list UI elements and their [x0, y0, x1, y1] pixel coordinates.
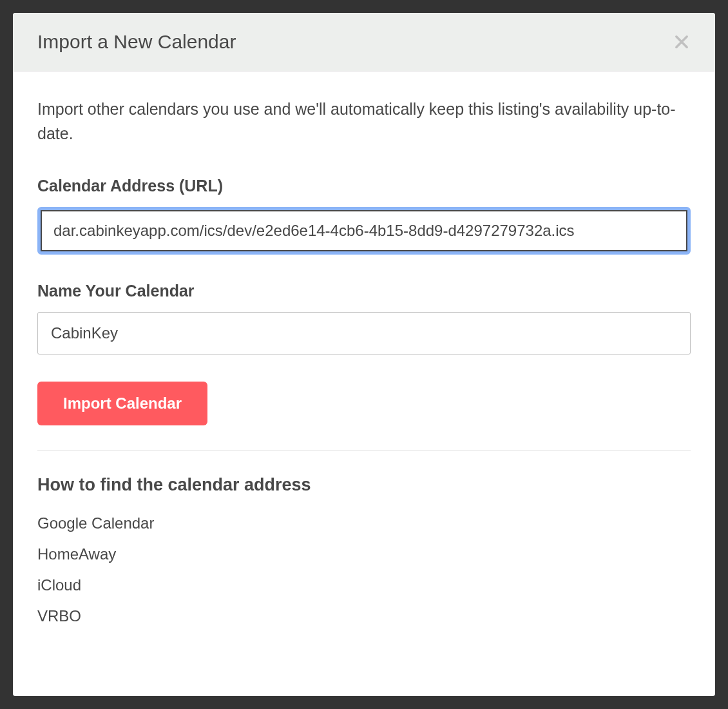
help-link-homeaway[interactable]: HomeAway — [37, 545, 691, 563]
name-label: Name Your Calendar — [37, 282, 691, 300]
modal-header: Import a New Calendar — [13, 13, 715, 72]
modal-description: Import other calendars you use and we'll… — [37, 97, 691, 146]
modal-body: Import other calendars you use and we'll… — [13, 72, 715, 696]
help-links-list: Google Calendar HomeAway iCloud VRBO — [37, 514, 691, 625]
help-link-vrbo[interactable]: VRBO — [37, 607, 691, 625]
calendar-name-input[interactable] — [37, 312, 691, 354]
import-calendar-modal: Import a New Calendar Import other calen… — [13, 13, 715, 696]
url-input-wrapper — [37, 207, 691, 255]
help-link-icloud[interactable]: iCloud — [37, 576, 691, 594]
import-calendar-button[interactable]: Import Calendar — [37, 382, 207, 425]
close-icon[interactable] — [673, 33, 691, 51]
help-heading: How to find the calendar address — [37, 475, 691, 495]
calendar-url-input[interactable] — [41, 210, 687, 251]
modal-title: Import a New Calendar — [37, 31, 236, 53]
url-label: Calendar Address (URL) — [37, 177, 691, 195]
help-link-google[interactable]: Google Calendar — [37, 514, 691, 532]
divider — [37, 450, 691, 451]
